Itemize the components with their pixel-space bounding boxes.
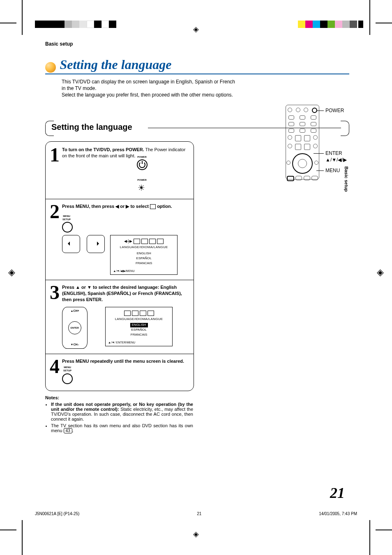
section-header: Basic setup [45,41,349,47]
menu-btn-label: MENU SETUP [62,366,73,372]
bottom-registration-icon: ◈ [193,530,199,539]
side-tab: Basic setup [344,166,349,192]
osd-item: ESPAÑOL [113,256,175,261]
osd-title: LANGUAGE/IDIOMA/LANGUE [113,245,175,250]
step-number: 4 [50,358,62,385]
step3-text: Press ▲ or ▼ to select the desired langu… [62,285,182,302]
menu-button-icon [62,373,73,384]
page-title: Setting the language [60,57,171,72]
osd-screen: ◀┼▶ LANGUAGE/IDIOMA/LANGUE ENGLISH ESPAÑ… [110,235,178,275]
osd-title: LANGUAGE/IDIOMA/LANGUE [108,317,170,322]
osd-item: ENGLISH [113,251,175,256]
remote-enter-label: ENTER [325,150,342,156]
side-registration-icon: ◈ [8,267,15,278]
subheading: Setting the language [51,122,132,132]
step-number: 3 [50,284,62,349]
osd-item: FRANCAIS [113,261,175,266]
osd-item: FRANCAIS [108,333,170,337]
right-arrow-button [87,235,105,253]
footer-center: 21 [197,511,201,516]
step2-text-post: option. [156,204,172,209]
intro-text: Select the language you prefer first, th… [62,92,238,98]
step-number: 1 [50,147,62,194]
notes-heading: Notes: [45,395,193,400]
osd-screen: LANGUAGE/IDIOMA/LANGUE ENGLISH ESPAÑOL F… [105,307,173,347]
print-footer: J5N00621A [E] (P14-25) 21 14/01/2005, 7:… [35,511,357,516]
osd-item-selected: ENGLISH [130,323,148,327]
step1-title: To turn on the TV/DVD, press POWER. [62,147,144,152]
remote-power-label: POWER [325,108,344,113]
left-arrow-button [62,235,80,253]
power-btn-label: POWER [137,155,148,159]
page-number: 21 [330,484,345,502]
power-button-icon [137,159,148,170]
osd-item: ESPAÑOL [108,328,170,332]
step-number: 2 [50,203,62,275]
intro-text: This TV/DVD can display the on screen la… [62,78,238,92]
center-mark-icon: ◈ [193,25,199,34]
footer-left: J5N00621A [E] (P14-25) [35,511,79,516]
footer-right: 14/01/2005, 7:43 PM [319,511,357,516]
power-indicator-label: POWER [137,178,148,182]
title-bullet-icon [45,62,56,73]
registration-bar: ◈ [0,14,392,33]
osd-footer: ▲/▼/◀/▶/MENU [113,269,175,273]
step2-text-pre: Press MENU, then press ◀ or ▶ to select [62,204,150,209]
dpad-enter-icon: ▲CH+ ENTER ▼CH– [62,307,88,349]
side-registration-icon: ◈ [377,267,384,278]
page-reference: 43 [64,428,72,433]
menu-button-icon [62,222,73,233]
osd-footer: ▲/▼/ ENTER/MENU [108,341,170,344]
note-item: If the unit does not operate properly, o… [51,402,193,421]
remote-diagram: POWER ENTER ▲/▼/◀/▶ MENU [286,105,392,187]
remote-arrows-label: ▲/▼/◀/▶ [325,157,347,163]
remote-menu-label: MENU [325,168,340,173]
menu-btn-label: MENU SETUP [62,214,71,221]
note-item: The TV section has its own menu and also… [51,423,193,433]
step4-text: Press MENU repeatedly until the menu scr… [62,359,184,364]
power-indicator-icon [137,182,148,193]
setup-icon [150,204,156,209]
